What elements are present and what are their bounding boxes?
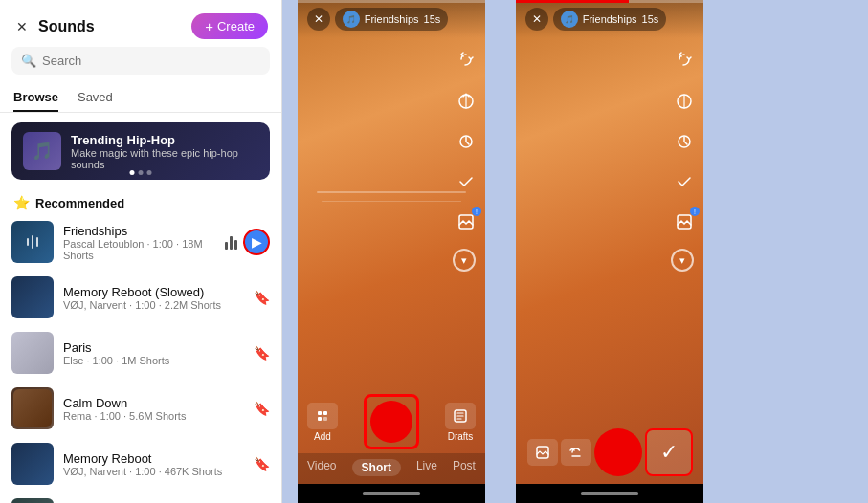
track-meta: VØJ, Narvent · 1:00 · 2.2M Shorts: [63, 299, 244, 311]
sounds-title: Sounds: [38, 18, 95, 35]
right-undo-button[interactable]: [561, 439, 591, 466]
svg-rect-6: [318, 411, 322, 415]
music-list: Friendships Pascal Letoublon · 1:00 · 18…: [0, 214, 281, 503]
phone-spacer: [485, 0, 501, 503]
right-flip-icon[interactable]: [671, 88, 698, 115]
flip-icon[interactable]: [453, 88, 479, 115]
right-speed-icon[interactable]: [671, 128, 698, 155]
phone-track-info: 🎵 Friendships 15s: [335, 8, 449, 31]
track-thumb-strangers: [11, 498, 54, 503]
tab-browse[interactable]: Browse: [13, 84, 58, 112]
effects-icon[interactable]: [453, 168, 479, 195]
svg-rect-7: [323, 411, 327, 415]
gallery-icon[interactable]: !: [453, 208, 479, 235]
mode-tab-short[interactable]: Short: [352, 459, 401, 476]
record-row: Add Drafts: [298, 394, 485, 453]
right-progress-fill: [516, 0, 629, 3]
svg-rect-1: [32, 235, 33, 249]
playing-indicator: [225, 234, 237, 250]
banner-dot-1: [130, 170, 135, 175]
create-button[interactable]: Create: [191, 13, 268, 39]
add-label: Add: [314, 431, 331, 442]
right-home-indicator: [516, 484, 703, 503]
right-effects-icon[interactable]: [671, 168, 698, 195]
home-indicator: [298, 484, 485, 503]
banner-thumb: 🎵: [23, 132, 61, 170]
rotate-icon[interactable]: [453, 48, 479, 75]
recommended-header: ⭐ Recommended: [0, 189, 281, 214]
sounds-panel: ✕ Sounds Create 🔍 Browse Saved 🎵 Trendin…: [0, 0, 282, 503]
scroll-down-icon[interactable]: ▾: [453, 249, 476, 272]
bookmark-icon[interactable]: 🔖: [254, 345, 270, 361]
record-button-wrap: [364, 394, 419, 449]
phone-top-bar: ✕ 🎵 Friendships 15s: [298, 0, 485, 38]
mode-tab-post[interactable]: Post: [453, 459, 476, 476]
right-gallery-icon-box: [527, 439, 558, 466]
track-name: Paris: [63, 340, 244, 355]
track-thumb-calm-down: [11, 387, 54, 429]
mode-tab-live[interactable]: Live: [416, 459, 437, 476]
bar-3: [234, 240, 237, 250]
right-record-button[interactable]: [594, 428, 642, 476]
right-phone: ✕ 🎵 Friendships 15s ! ▾: [516, 0, 703, 503]
banner-dot-2: [139, 170, 144, 175]
list-item[interactable]: Calm Down Rema · 1:00 · 5.6M Shorts 🔖: [11, 381, 270, 436]
right-scroll-down-icon[interactable]: ▾: [671, 249, 694, 272]
bookmark-icon[interactable]: 🔖: [254, 290, 270, 305]
right-rotate-icon[interactable]: [671, 48, 698, 75]
close-icon[interactable]: ✕: [13, 18, 31, 35]
list-item[interactable]: Strangers Kenya Grace · 1:00 · 335K Shor…: [11, 492, 270, 503]
svg-rect-2: [36, 237, 38, 247]
right-controls: ! ▾: [453, 48, 479, 272]
right-confirm-button[interactable]: ✓: [645, 428, 693, 476]
right-gallery-badge: !: [690, 207, 700, 216]
banner-dot-3: [147, 170, 152, 175]
track-name-friendships: Friendships: [63, 224, 215, 238]
search-input[interactable]: [42, 54, 260, 68]
recommended-label: Recommended: [35, 196, 124, 210]
banner-title: Trending Hip-Hop: [71, 133, 258, 147]
track-name-calm-down: Calm Down: [63, 396, 244, 410]
speed-icon[interactable]: [453, 128, 479, 155]
banner-subtitle: Make magic with these epic hip-hop sound…: [71, 147, 258, 170]
list-item[interactable]: Paris Else · 1:00 · 1M Shorts 🔖: [11, 325, 270, 381]
right-close-button[interactable]: ✕: [525, 8, 548, 31]
bar-1: [225, 242, 228, 250]
trending-banner[interactable]: 🎵 Trending Hip-Hop Make magic with these…: [11, 122, 270, 180]
track-meta: VØJ, Narvent · 1:00 · 467K Shorts: [63, 466, 244, 477]
phone-close-button[interactable]: ✕: [307, 8, 330, 31]
track-meta-friendships: Pascal Letoublon · 1:00 · 18M Shorts: [63, 238, 215, 261]
progress-bar: [298, 0, 485, 3]
list-item[interactable]: Memory Reboot (Slowed) VØJ, Narvent · 1:…: [11, 270, 270, 325]
list-item[interactable]: Friendships Pascal Letoublon · 1:00 · 18…: [11, 214, 270, 270]
gallery-badge: !: [472, 207, 481, 216]
track-meta-calm-down: Rema · 1:00 · 5.6M Shorts: [63, 410, 244, 422]
tabs-row: Browse Saved: [0, 84, 281, 113]
right-gallery-icon[interactable]: !: [671, 208, 698, 235]
whisker-right: [322, 201, 461, 202]
track-name-display: Friendships: [365, 13, 419, 25]
bookmark-icon[interactable]: 🔖: [254, 401, 270, 416]
drafts-button[interactable]: Drafts: [445, 403, 476, 442]
phone-bottom: Add Drafts Video Short Live Post: [298, 394, 485, 503]
list-item[interactable]: Memory Reboot VØJ, Narvent · 1:00 · 467K…: [11, 436, 270, 492]
svg-rect-9: [323, 417, 327, 421]
tab-saved[interactable]: Saved: [78, 84, 113, 112]
track-meta: Else · 1:00 · 1M Shorts: [63, 355, 244, 366]
right-track-info: 🎵 Friendships 15s: [553, 8, 667, 31]
mode-tab-video[interactable]: Video: [307, 459, 336, 476]
drafts-icon: [445, 403, 476, 429]
bar-2: [230, 236, 233, 250]
background-spacer: [282, 0, 298, 503]
record-button[interactable]: [370, 401, 412, 443]
sounds-header: ✕ Sounds Create: [0, 0, 281, 47]
right-record-row: ✓: [516, 428, 703, 484]
track-avatar: 🎵: [343, 11, 360, 28]
bookmark-icon[interactable]: 🔖: [254, 456, 270, 471]
add-button[interactable]: Add: [307, 403, 338, 442]
search-icon: 🔍: [21, 54, 36, 68]
play-arrow-button[interactable]: ▶: [243, 229, 270, 255]
track-thumb-friendships: [11, 221, 54, 263]
right-track-avatar: 🎵: [561, 11, 578, 28]
right-gallery-button[interactable]: [527, 439, 558, 466]
